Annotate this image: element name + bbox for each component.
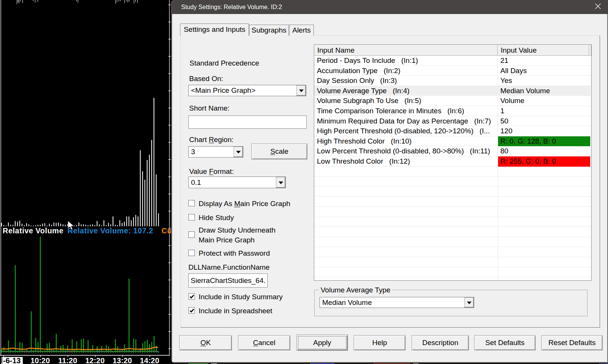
svg-text:13:20: 13:20 — [113, 356, 132, 364]
svg-text:-6-13: -6-13 — [3, 356, 21, 364]
svg-text:14:20: 14:20 — [140, 356, 159, 364]
svg-text:10:20: 10:20 — [30, 356, 50, 364]
svg-text:12:20: 12:20 — [85, 356, 105, 364]
svg-text:Cu: Cu — [161, 227, 172, 235]
svg-text:Relative Volume: Relative Volume — [3, 227, 64, 235]
svg-text:11:20: 11:20 — [58, 356, 77, 364]
svg-text:Relative Volume: 107.2: Relative Volume: 107.2 — [67, 227, 153, 235]
